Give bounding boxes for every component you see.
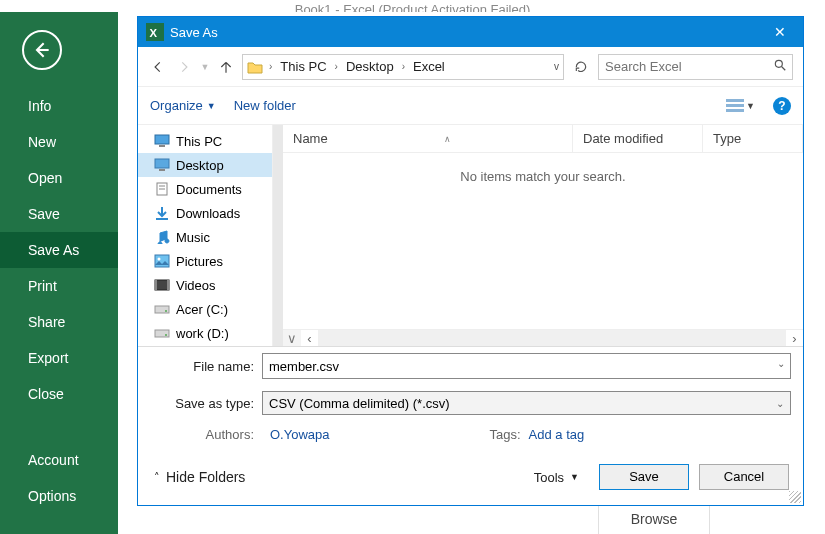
sidebar-item-close[interactable]: Close (0, 376, 118, 412)
filetype-row: Save as type: CSV (Comma delimited) (*.c… (138, 385, 803, 421)
tree-drive-d[interactable]: work (D:) (138, 321, 272, 345)
svg-rect-10 (155, 159, 169, 168)
filetype-dropdown-icon: ⌄ (776, 398, 784, 409)
nav-tree: This PC Desktop Documents Downloads Musi… (138, 125, 273, 346)
col-date[interactable]: Date modified (573, 125, 703, 152)
search-input[interactable] (605, 59, 773, 74)
address-dropdown-icon[interactable]: v (554, 61, 559, 72)
nav-recent-dropdown-icon[interactable]: ▼ (200, 57, 210, 77)
browse-button[interactable]: Browse (598, 502, 710, 534)
col-type[interactable]: Type (703, 125, 803, 152)
sidebar-item-share[interactable]: Share (0, 304, 118, 340)
svg-rect-20 (167, 280, 169, 290)
sidebar-item-info[interactable]: Info (0, 88, 118, 124)
filename-label: File name: (150, 359, 262, 374)
nav-up-icon[interactable] (216, 57, 236, 77)
folder-icon (247, 60, 263, 74)
file-toolbar: Organize▼ New folder ▼ ? (138, 87, 803, 125)
svg-rect-18 (155, 280, 169, 290)
save-as-dialog: X Save As ✕ ▼ › This PC › Desktop › Exce… (137, 16, 804, 506)
save-button[interactable]: Save (599, 464, 689, 490)
chevron-right-icon[interactable]: › (267, 61, 274, 72)
organize-menu[interactable]: Organize▼ (150, 98, 216, 113)
svg-rect-21 (155, 306, 169, 313)
download-icon (154, 206, 170, 220)
close-icon[interactable]: ✕ (765, 24, 795, 40)
dialog-titlebar[interactable]: X Save As ✕ (138, 17, 803, 47)
sidebar-item-save[interactable]: Save (0, 196, 118, 232)
filename-row: File name: ⌄ (138, 347, 803, 385)
app-titlebar: Book1 - Excel (Product Activation Failed… (0, 0, 825, 12)
sidebar-item-print[interactable]: Print (0, 268, 118, 304)
chevron-right-icon[interactable]: › (400, 61, 407, 72)
tree-splitter[interactable] (273, 125, 283, 346)
tree-documents[interactable]: Documents (138, 177, 272, 201)
expand-tree-icon[interactable]: ∨ (283, 330, 301, 346)
svg-rect-23 (155, 330, 169, 337)
scroll-left-icon[interactable]: ‹ (301, 331, 318, 346)
address-bar[interactable]: › This PC › Desktop › Excel v (242, 54, 564, 80)
svg-rect-19 (155, 280, 157, 290)
breadcrumb[interactable]: Excel (411, 59, 447, 74)
cancel-button[interactable]: Cancel (699, 464, 789, 490)
caret-down-icon: ▼ (570, 472, 579, 482)
filename-dropdown-icon[interactable]: ⌄ (777, 358, 785, 369)
file-list-empty: No items match your search. (283, 153, 803, 329)
sort-indicator-icon: ∧ (444, 134, 451, 144)
backstage-sidebar: Info New Open Save Save As Print Share E… (0, 12, 118, 534)
chevron-right-icon[interactable]: › (333, 61, 340, 72)
svg-point-22 (165, 310, 167, 312)
sidebar-item-account[interactable]: Account (0, 442, 118, 478)
col-name[interactable]: Name∧ (283, 125, 573, 152)
button-row: ˄Hide Folders Tools▼ Save Cancel (138, 448, 803, 498)
svg-rect-6 (726, 104, 744, 107)
sidebar-item-open[interactable]: Open (0, 160, 118, 196)
tree-desktop[interactable]: Desktop (138, 153, 272, 177)
new-folder-button[interactable]: New folder (234, 98, 296, 113)
back-button[interactable] (22, 30, 62, 70)
breadcrumb[interactable]: Desktop (344, 59, 396, 74)
scroll-track[interactable] (318, 330, 786, 346)
tree-videos[interactable]: Videos (138, 273, 272, 297)
explorer: This PC Desktop Documents Downloads Musi… (138, 125, 803, 347)
svg-point-17 (158, 258, 161, 261)
filename-input[interactable] (262, 353, 791, 379)
breadcrumb[interactable]: This PC (278, 59, 328, 74)
tree-music[interactable]: Music (138, 225, 272, 249)
authors-value[interactable]: O.Yowapa (270, 427, 330, 442)
search-box[interactable] (598, 54, 793, 80)
sidebar-item-new[interactable]: New (0, 124, 118, 160)
help-icon[interactable]: ? (773, 97, 791, 115)
dialog-title: Save As (170, 25, 765, 40)
file-list: Name∧ Date modified Type No items match … (283, 125, 803, 346)
refresh-icon[interactable] (570, 56, 592, 78)
search-icon[interactable] (773, 58, 787, 75)
resize-grip-icon[interactable] (789, 491, 801, 503)
svg-rect-11 (159, 169, 165, 171)
drive-icon (154, 302, 170, 316)
filetype-select[interactable]: CSV (Comma delimited) (*.csv) ⌄ (262, 391, 791, 415)
column-headers: Name∧ Date modified Type (283, 125, 803, 153)
tree-downloads[interactable]: Downloads (138, 201, 272, 225)
tags-value[interactable]: Add a tag (529, 427, 585, 442)
svg-rect-8 (155, 135, 169, 144)
sidebar-item-options[interactable]: Options (0, 478, 118, 514)
scroll-right-icon[interactable]: › (786, 331, 803, 346)
nav-forward-icon (174, 57, 194, 77)
caret-up-icon: ˄ (154, 471, 160, 484)
sidebar-item-export[interactable]: Export (0, 340, 118, 376)
tools-menu[interactable]: Tools▼ (534, 470, 579, 485)
tree-pictures[interactable]: Pictures (138, 249, 272, 273)
tree-this-pc[interactable]: This PC (138, 129, 272, 153)
nav-back-icon[interactable] (148, 57, 168, 77)
hide-folders-toggle[interactable]: ˄Hide Folders (146, 469, 245, 485)
svg-rect-9 (159, 145, 165, 147)
arrow-left-icon (32, 40, 52, 60)
sidebar-item-save-as[interactable]: Save As (0, 232, 118, 268)
view-options-icon[interactable]: ▼ (726, 99, 755, 113)
filetype-label: Save as type: (150, 396, 262, 411)
svg-rect-7 (726, 109, 744, 112)
svg-rect-5 (726, 99, 744, 102)
svg-text:X: X (149, 27, 157, 39)
tree-drive-c[interactable]: Acer (C:) (138, 297, 272, 321)
